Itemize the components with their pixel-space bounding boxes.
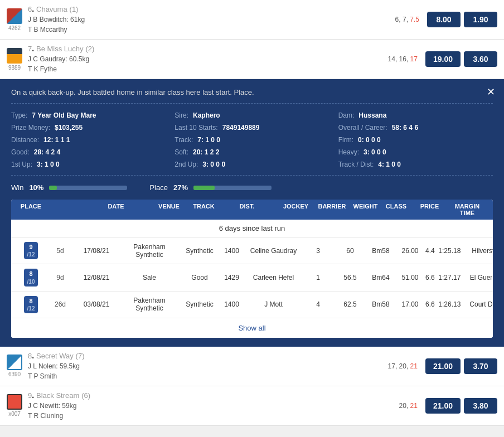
- horse-name-blackstream: Black Stream: [36, 391, 79, 400]
- stat-1stup: 1st Up: 3: 1 0 0: [11, 161, 166, 168]
- silk-bemissluchy: [7, 48, 22, 64]
- odds-group-chavuma: 6, 7, 7.5 8.00 1.90: [395, 12, 497, 27]
- stat-good: Good: 28: 4 2 4: [11, 148, 166, 156]
- horse-row-blackstream: x007 9. Black Stream (6) J C Newitt: 59k…: [0, 386, 504, 426]
- horse-detail-modal: ✕ On a quick back-up. Just battled home …: [0, 79, 504, 347]
- horse-name-secretway: Secret Way: [36, 352, 74, 360]
- stats-grid: Type: 7 Year Old Bay Mare Sire: Kaphero …: [11, 111, 493, 176]
- trainer-chavuma: B Mccarthy: [33, 26, 67, 33]
- trainer-bemissluchy: K Fythe: [33, 65, 56, 73]
- trainer-blackstream: R Cluning: [33, 412, 63, 420]
- table-header: PLACE DATE VENUE TRACK DIST. JOCKEY BARR…: [11, 200, 493, 220]
- place-odds-secretway[interactable]: 3.70: [464, 358, 497, 374]
- modal-close-button[interactable]: ✕: [487, 86, 495, 98]
- horse-bracket-bemissluchy: (2): [85, 45, 94, 53]
- stat-career: Overall / Career: 58: 6 4 6: [338, 124, 493, 132]
- win-place-row: Win 10% Place 27%: [11, 183, 493, 192]
- days-since-header: 6 days since last run: [11, 220, 493, 237]
- horse-code-chavuma: 4262: [8, 25, 21, 31]
- horse-row-secretway: 6390 8. Secret Way (7) J L Nolen: 59.5kg…: [0, 347, 504, 386]
- jockey-blackstream: C Newitt: 59kg: [33, 402, 76, 410]
- horse-bracket-blackstream: (6): [81, 391, 90, 400]
- stat-trackdist: Track / Dist: 4: 1 0 0: [338, 161, 493, 168]
- place-odds-bemissluchy[interactable]: 3.60: [464, 51, 497, 67]
- race-history-table: PLACE DATE VENUE TRACK DIST. JOCKEY BARR…: [11, 200, 493, 338]
- odds-group-blackstream: 20, 21 21.00 3.80: [399, 398, 497, 414]
- horse-code-blackstream: x007: [8, 411, 21, 417]
- silk-blackstream: [7, 394, 22, 410]
- horse-code-secretway: 6390: [8, 371, 21, 377]
- stat-type: Type: 7 Year Old Bay Mare: [11, 111, 166, 119]
- horse-number-blackstream: 9: [28, 391, 32, 400]
- win-odds-bemissluchy[interactable]: 19.00: [425, 51, 461, 67]
- horse-code-bemissluchy: 9889: [8, 65, 21, 71]
- horse-info-bemissluchy: 7. Be Miss Luchy (2) J C Gaudray: 60.5kg…: [28, 44, 388, 74]
- horse-bracket-chavuma: (1): [70, 5, 79, 13]
- table-row: 8 /12 26d 03/08/21 Pakenham Synthetic Sy…: [11, 292, 493, 318]
- win-odds-blackstream[interactable]: 21.00: [425, 398, 461, 414]
- horse-row-chavuma: 4262 6. Chavuma (1) J B Bowditch: 61kg T…: [0, 0, 504, 40]
- horse-number-secretway: 8: [28, 352, 32, 360]
- place-odds-chavuma[interactable]: 1.90: [464, 12, 497, 27]
- stat-prizemoney: Prize Money: $103,255: [11, 124, 166, 132]
- jockey-secretway: L Nolen: 59.5kg: [33, 362, 80, 370]
- jockey-chavuma: B Bowditch: 61kg: [33, 16, 85, 23]
- horse-name-bemissluchy: Be Miss Luchy: [36, 45, 84, 53]
- stat-2ndup: 2nd Up: 3: 0 0 0: [175, 161, 329, 168]
- win-odds-secretway[interactable]: 21.00: [425, 358, 461, 374]
- place-odds-blackstream[interactable]: 3.80: [464, 398, 497, 414]
- stat-track: Track: 7: 1 0 0: [175, 136, 329, 144]
- trainer-secretway: P Smith: [33, 372, 57, 380]
- horse-number-chavuma: 6: [28, 5, 32, 13]
- win-progress-bar: [49, 186, 57, 190]
- stat-heavy: Heavy: 3: 0 0 0: [338, 148, 493, 156]
- horse-bracket-secretway: (7): [76, 352, 85, 360]
- stat-last10: Last 10 Starts: 7849149889: [175, 124, 329, 132]
- place-progress-bar: [193, 186, 215, 190]
- horse-info-chavuma: 6. Chavuma (1) J B Bowditch: 61kg T B Mc…: [28, 4, 395, 35]
- stat-distance: Distance: 12: 1 1 1: [11, 136, 166, 144]
- odds-group-secretway: 17, 20, 21 21.00 3.70: [388, 358, 497, 374]
- place-stat: Place 27%: [149, 183, 272, 192]
- horse-info-secretway: 8. Secret Way (7) J L Nolen: 59.5kg T P …: [28, 351, 388, 381]
- horse-info-blackstream: 9. Black Stream (6) J C Newitt: 59kg T R…: [28, 391, 399, 421]
- stat-soft: Soft: 20: 1 2 2: [175, 148, 329, 156]
- stat-dam: Dam: Hussana: [338, 111, 493, 119]
- show-all-link[interactable]: Show all: [11, 318, 493, 338]
- table-row: 9 /12 5d 17/08/21 Pakenham Synthetic Syn…: [11, 237, 493, 264]
- horse-row-bemissluchy: 9889 7. Be Miss Luchy (2) J C Gaudray: 6…: [0, 40, 504, 79]
- modal-description: On a quick back-up. Just battled home in…: [11, 88, 493, 104]
- stat-firm: Firm: 0: 0 0 0: [338, 136, 493, 144]
- odds-group-bemissluchy: 14, 16, 17 19.00 3.60: [388, 51, 497, 67]
- table-row: 8 /10 9d 12/08/21 Sale Good 1429 Carleen…: [11, 264, 493, 291]
- jockey-bemissluchy: C Gaudray: 60.5kg: [33, 55, 89, 63]
- horse-name-chavuma: Chavuma: [36, 5, 67, 13]
- win-stat: Win 10%: [11, 183, 127, 192]
- silk-chavuma: [7, 8, 22, 24]
- silk-secretway: [7, 355, 22, 370]
- win-odds-chavuma[interactable]: 8.00: [427, 12, 461, 27]
- stat-sire: Sire: Kaphero: [175, 111, 329, 119]
- horse-number-bemissluchy: 7: [28, 45, 32, 53]
